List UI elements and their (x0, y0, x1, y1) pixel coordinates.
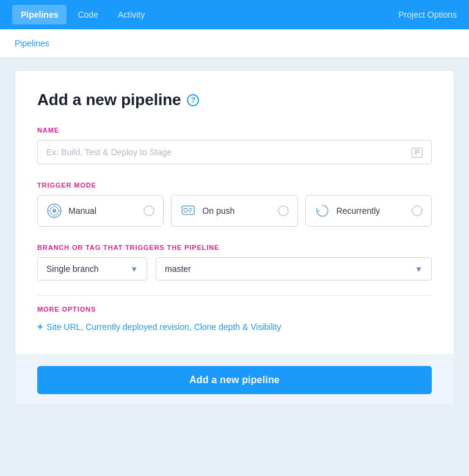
nav-pipelines[interactable]: Pipelines (12, 5, 67, 24)
trigger-on-push[interactable]: On push (171, 195, 297, 227)
manual-icon (46, 203, 62, 219)
form-card: Add a new pipeline ? NAME Ex: Build, Tes… (15, 70, 454, 406)
top-nav: Pipelines Code Activity Project Options (0, 0, 469, 29)
nav-code[interactable]: Code (69, 5, 106, 24)
trigger-recurrently[interactable]: Recurrently (305, 195, 432, 227)
branch-label: BRANCH OR TAG THAT TRIGGERS THE PIPELINE (37, 244, 432, 251)
project-options-link[interactable]: Project Options (398, 10, 457, 20)
card-body: Add a new pipeline ? NAME Ex: Build, Tes… (15, 71, 454, 354)
template-icon (412, 147, 423, 158)
svg-rect-0 (412, 148, 423, 157)
trigger-on-push-label: On push (202, 206, 234, 216)
trigger-options: Manual (37, 195, 432, 227)
trigger-label: TRIGGER MODE (37, 181, 432, 189)
trigger-manual[interactable]: Manual (37, 195, 164, 227)
card-footer: Add a new pipeline (15, 354, 454, 405)
svg-point-6 (53, 209, 56, 213)
more-options-link[interactable]: + Site URL, Currently deployed revision,… (37, 321, 432, 332)
trigger-section: TRIGGER MODE (37, 181, 432, 227)
trigger-manual-radio[interactable] (144, 205, 155, 216)
branch-type-chevron: ▼ (130, 265, 138, 274)
name-input-wrapper[interactable]: Ex: Build, Test & Deploy to Stage (37, 140, 432, 164)
more-options-label: MORE OPTIONS (37, 306, 432, 313)
trigger-recurrently-radio[interactable] (412, 205, 423, 216)
trigger-manual-label: Manual (68, 206, 96, 216)
plus-icon: + (37, 321, 43, 332)
nav-left: Pipelines Code Activity (12, 5, 153, 24)
more-options-link-text: Site URL, Currently deployed revision, C… (46, 322, 281, 332)
main-content: Add a new pipeline ? NAME Ex: Build, Tes… (0, 58, 469, 418)
page-title: Add a new pipeline (37, 90, 181, 109)
name-section: NAME Ex: Build, Test & Deploy to Stage (37, 126, 432, 164)
svg-point-12 (184, 208, 187, 212)
on-push-icon (180, 203, 196, 219)
add-pipeline-button[interactable]: Add a new pipeline (37, 366, 432, 394)
title-row: Add a new pipeline ? (37, 90, 432, 109)
breadcrumb[interactable]: Pipelines (15, 38, 49, 48)
trigger-recurrently-label: Recurrently (336, 206, 380, 216)
name-placeholder: Ex: Build, Test & Deploy to Stage (46, 147, 172, 157)
branch-value-chevron: ▼ (415, 265, 423, 274)
nav-activity[interactable]: Activity (109, 5, 153, 24)
help-icon[interactable]: ? (187, 94, 199, 106)
branch-section: BRANCH OR TAG THAT TRIGGERS THE PIPELINE… (37, 244, 432, 280)
trigger-on-push-radio[interactable] (278, 205, 289, 216)
divider (37, 295, 432, 296)
nav-right: Project Options (398, 9, 457, 20)
name-label: NAME (37, 126, 432, 134)
breadcrumb-bar: Pipelines (0, 29, 469, 58)
more-options-section: MORE OPTIONS + Site URL, Currently deplo… (37, 306, 432, 332)
branch-row: Single branch ▼ master ▼ (37, 257, 432, 280)
branch-value: master (165, 264, 191, 274)
branch-value-select[interactable]: master ▼ (156, 257, 432, 280)
branch-type-select[interactable]: Single branch ▼ (37, 257, 147, 280)
branch-type-value: Single branch (46, 264, 99, 274)
recurrently-icon (314, 203, 330, 219)
